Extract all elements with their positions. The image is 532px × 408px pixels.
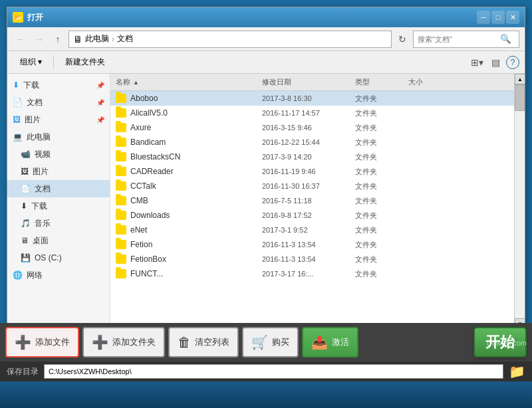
col-header-size[interactable]: 大小 bbox=[403, 77, 514, 87]
table-row[interactable]: Downloads 2016-9-8 17:52 文件夹 bbox=[110, 208, 514, 223]
file-date: 2017-3-1 9:52 bbox=[257, 226, 350, 234]
table-row[interactable]: CCTalk 2016-11-30 16:37 文件夹 bbox=[110, 179, 514, 193]
sidebar-label: 视频 bbox=[35, 149, 51, 160]
buy-button[interactable]: 🛒 购买 bbox=[242, 327, 299, 357]
file-type: 文件夹 bbox=[350, 211, 403, 221]
help-button[interactable]: ? bbox=[506, 56, 519, 69]
minimize-button[interactable]: ─ bbox=[477, 11, 490, 24]
sidebar-item-network[interactable]: 🌐 网络 bbox=[7, 266, 110, 284]
title-bar: 📂 打开 ─ □ ✕ bbox=[7, 7, 525, 27]
main-content: ⬇ 下载 📌 📄 文档 📌 🖼 图片 📌 💻 此电脑 📹 视频 bbox=[7, 74, 525, 329]
sidebar-label: 图片 bbox=[33, 166, 49, 177]
music-icon: 🎵 bbox=[21, 219, 31, 228]
search-container: 🔍 bbox=[413, 31, 519, 48]
address-path[interactable]: 🖥 此电脑 › 文档 bbox=[68, 31, 392, 48]
file-name: CMB bbox=[130, 196, 148, 205]
sidebar-item-videos[interactable]: 📹 视频 bbox=[7, 146, 110, 163]
scrollbar[interactable]: ▲ ▼ bbox=[514, 74, 525, 329]
file-name: Downloads bbox=[130, 211, 170, 220]
organize-button[interactable]: 组织 ▾ bbox=[13, 54, 49, 71]
table-row[interactable]: CADReader 2016-11-19 9:46 文件夹 bbox=[110, 164, 514, 179]
up-button[interactable]: ↑ bbox=[50, 31, 66, 47]
desktop-icon: 🖥 bbox=[21, 236, 29, 245]
sidebar-item-music[interactable]: 🎵 音乐 bbox=[7, 215, 110, 232]
file-type: 文件夹 bbox=[350, 108, 403, 118]
search-input[interactable] bbox=[414, 35, 500, 43]
refresh-button[interactable]: ↻ bbox=[394, 31, 410, 47]
clear-list-button[interactable]: 🗑 清空列表 bbox=[168, 327, 239, 357]
new-folder-button[interactable]: 新建文件夹 bbox=[58, 54, 112, 71]
scroll-thumb[interactable] bbox=[515, 84, 525, 111]
file-date: 2017-3-17 16:... bbox=[257, 270, 350, 278]
table-row[interactable]: Bandicam 2016-12-22 15:44 文件夹 bbox=[110, 135, 514, 150]
activate-icon: 📤 bbox=[311, 334, 328, 350]
maximize-button[interactable]: □ bbox=[491, 11, 505, 24]
file-date: 2016-11-3 13:54 bbox=[257, 241, 350, 249]
file-type: 文件夹 bbox=[350, 269, 403, 279]
add-file-label: 添加文件 bbox=[35, 336, 70, 348]
bottom-app-section: ➕ 添加文件 ➕ 添加文件夹 🗑 清空列表 🛒 购买 📤 激活 开始 保存目录 … bbox=[0, 312, 532, 408]
col-header-type[interactable]: 类型 bbox=[350, 77, 403, 87]
quick-access-icon2: 📌 bbox=[96, 99, 104, 106]
sidebar-label: 下载 bbox=[31, 201, 47, 212]
breadcrumb: 此电脑 › 文档 bbox=[85, 33, 133, 45]
add-file-icon: ➕ bbox=[15, 334, 31, 350]
sidebar-item-desktop[interactable]: 🖥 桌面 bbox=[7, 232, 110, 249]
add-folder-button[interactable]: ➕ 添加文件夹 bbox=[82, 327, 165, 357]
table-row[interactable]: eNet 2017-3-1 9:52 文件夹 bbox=[110, 223, 514, 237]
table-row[interactable]: Fetion 2016-11-3 13:54 文件夹 bbox=[110, 237, 514, 252]
sidebar-item-this-pc[interactable]: 💻 此电脑 bbox=[7, 128, 110, 146]
file-list-header: 名称 ▲ 修改日期 类型 大小 bbox=[110, 74, 514, 91]
app-button-row: ➕ 添加文件 ➕ 添加文件夹 🗑 清空列表 🛒 购买 📤 激活 开始 bbox=[0, 323, 532, 361]
sidebar-item-docs-pinned[interactable]: 📄 文档 📌 bbox=[7, 94, 110, 111]
pc-icon: 💻 bbox=[13, 132, 23, 142]
table-row[interactable]: FetionBox 2016-11-3 13:54 文件夹 bbox=[110, 252, 514, 266]
sidebar-item-downloads[interactable]: ⬇ 下载 bbox=[7, 197, 110, 215]
breadcrumb-docs: 文档 bbox=[117, 33, 133, 45]
sidebar-item-osc[interactable]: 💾 OS (C:) bbox=[7, 249, 110, 266]
download-icon: ⬇ bbox=[21, 201, 27, 211]
folder-icon bbox=[116, 181, 126, 191]
sidebar-item-download-pinned[interactable]: ⬇ 下载 📌 bbox=[7, 76, 110, 94]
forward-button[interactable]: → bbox=[31, 31, 47, 47]
file-list[interactable]: Aboboo 2017-3-8 16:30 文件夹 AlicallV5.0 20… bbox=[110, 91, 514, 329]
save-path-input[interactable] bbox=[44, 364, 503, 379]
add-file-button[interactable]: ➕ 添加文件 bbox=[5, 327, 79, 357]
clear-list-label: 清空列表 bbox=[195, 336, 229, 348]
quick-access-icon3: 📌 bbox=[96, 116, 104, 124]
view-button[interactable]: ⊞▾ bbox=[469, 54, 485, 70]
file-date: 2017-3-8 16:30 bbox=[257, 94, 350, 102]
col-header-name[interactable]: 名称 ▲ bbox=[110, 77, 257, 87]
sidebar-item-documents[interactable]: 📄 文档 bbox=[7, 180, 110, 197]
sidebar-item-pictures[interactable]: 🖼 图片 bbox=[7, 163, 110, 180]
table-row[interactable]: FUNCT... 2017-3-17 16:... 文件夹 bbox=[110, 266, 514, 281]
folder-icon bbox=[116, 94, 126, 103]
file-name: Fetion bbox=[130, 240, 152, 249]
table-row[interactable]: AlicallV5.0 2016-11-17 14:57 文件夹 bbox=[110, 106, 514, 120]
table-row[interactable]: Axure 2016-3-15 9:46 文件夹 bbox=[110, 120, 514, 135]
activate-button[interactable]: 📤 激活 bbox=[302, 327, 358, 357]
table-row[interactable]: Aboboo 2017-3-8 16:30 文件夹 bbox=[110, 91, 514, 106]
picture-icon: 🖼 bbox=[21, 167, 29, 176]
close-button[interactable]: ✕ bbox=[506, 11, 519, 24]
sidebar-label: 音乐 bbox=[35, 218, 51, 229]
folder-icon bbox=[116, 255, 126, 264]
table-row[interactable]: BluestacksCN 2017-3-9 14:20 文件夹 bbox=[110, 150, 514, 164]
save-folder-icon[interactable]: 📁 bbox=[509, 363, 525, 379]
file-name: FUNCT... bbox=[130, 269, 163, 278]
activate-label: 激活 bbox=[332, 336, 349, 348]
file-date: 2016-12-22 15:44 bbox=[257, 138, 350, 146]
back-button[interactable]: ← bbox=[13, 31, 29, 47]
pane-button[interactable]: ▤ bbox=[487, 54, 503, 70]
folder-icon bbox=[116, 211, 126, 220]
scroll-up[interactable]: ▲ bbox=[515, 74, 525, 84]
search-button[interactable]: 🔍 bbox=[500, 34, 511, 44]
sidebar-item-pics-pinned[interactable]: 🖼 图片 📌 bbox=[7, 111, 110, 128]
file-date: 2017-3-9 14:20 bbox=[257, 153, 350, 161]
network-icon: 🌐 bbox=[13, 270, 23, 280]
save-path-row: 保存目录 📁 Downyi.com bbox=[0, 361, 532, 381]
address-bar: ← → ↑ 🖥 此电脑 › 文档 ↻ 🔍 bbox=[7, 27, 525, 51]
col-header-date[interactable]: 修改日期 bbox=[257, 77, 350, 87]
scroll-track[interactable] bbox=[515, 84, 525, 318]
table-row[interactable]: CMB 2016-7-5 11:18 文件夹 bbox=[110, 193, 514, 208]
